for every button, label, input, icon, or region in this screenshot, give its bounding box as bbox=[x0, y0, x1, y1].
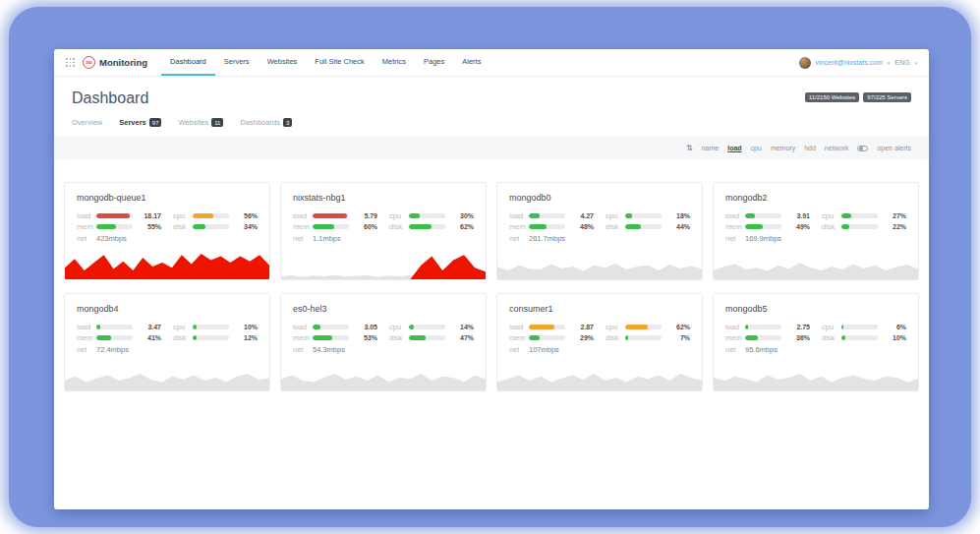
metrics-grid: load2.87mem29%cpu62%disk7% bbox=[497, 321, 702, 343]
metric-bar-fill bbox=[313, 325, 320, 329]
nav-item-dashboard[interactable]: Dashboard bbox=[161, 49, 215, 76]
metric-label: mem bbox=[77, 222, 96, 231]
server-card-mongodb0[interactable]: mongodb0load4.27mem48%cpu18%disk44%net26… bbox=[496, 182, 703, 280]
metric-bar bbox=[193, 213, 229, 218]
metric-bar bbox=[625, 213, 662, 218]
metric-label: load bbox=[725, 323, 745, 331]
language-menu[interactable]: ENG bbox=[894, 59, 909, 66]
metric-value: 14% bbox=[450, 324, 474, 330]
sort-option-name[interactable]: name bbox=[702, 145, 720, 151]
metric-row-mem: mem49% bbox=[725, 221, 810, 232]
metric-bar bbox=[409, 213, 445, 218]
server-card-consumer1[interactable]: consumer1load2.87mem29%cpu62%disk7%net10… bbox=[496, 293, 703, 391]
server-name[interactable]: nixstats-nbg1 bbox=[281, 183, 486, 209]
tab-dashboards[interactable]: Dashboards3 bbox=[240, 118, 292, 127]
metric-bar bbox=[529, 325, 565, 329]
metric-row-disk: disk22% bbox=[822, 221, 906, 232]
metric-bar bbox=[96, 224, 133, 229]
user-email-menu[interactable]: vincent@nixstats.com bbox=[816, 59, 883, 66]
server-name[interactable]: mongodb-queue1 bbox=[65, 183, 269, 209]
metric-label: load bbox=[509, 323, 529, 331]
sort-option-cpu[interactable]: cpu bbox=[751, 145, 762, 151]
metric-bar-fill bbox=[529, 224, 547, 229]
network-sparkline bbox=[714, 365, 918, 390]
server-card-es0-hel3[interactable]: es0-hel3load3.05mem53%cpu14%disk47%net54… bbox=[280, 293, 487, 391]
server-card-mongodb4[interactable]: mongodb4load3.47mem41%cpu10%disk12%net72… bbox=[64, 293, 270, 391]
open-alerts-toggle-icon[interactable] bbox=[857, 146, 868, 151]
page-header: Dashboard 11/2150 Websites 97/225 Server… bbox=[72, 89, 911, 107]
tab-overview[interactable]: Overview bbox=[72, 118, 102, 127]
server-card-mongodb2[interactable]: mongodb2load3.91mem49%cpu27%disk22%net16… bbox=[713, 182, 919, 280]
nav-item-alerts[interactable]: Alerts bbox=[453, 49, 490, 76]
metric-bar bbox=[529, 224, 565, 229]
network-sparkline bbox=[65, 365, 269, 390]
header-badges: 11/2150 Websites 97/225 Servers bbox=[805, 92, 911, 102]
metric-value: 2.75 bbox=[786, 324, 810, 330]
metric-bar-fill bbox=[409, 335, 426, 340]
open-alerts-label[interactable]: open alerts bbox=[877, 145, 911, 151]
metric-bar-fill bbox=[625, 325, 648, 329]
metrics-grid: load5.79mem60%cpu30%disk62% bbox=[281, 209, 486, 232]
sort-option-hdd[interactable]: hdd bbox=[804, 145, 816, 151]
tab-servers[interactable]: Servers97 bbox=[119, 118, 161, 127]
tab-websites[interactable]: Websites11 bbox=[178, 118, 223, 127]
network-sparkline bbox=[65, 254, 269, 279]
nav-item-websites[interactable]: Websites bbox=[259, 49, 307, 76]
net-value: 423mbps bbox=[96, 234, 127, 243]
metric-value: 12% bbox=[234, 334, 258, 341]
metric-label: cpu bbox=[605, 323, 625, 331]
metric-row-net: net95.6mbps bbox=[714, 343, 918, 354]
metric-bar-fill bbox=[96, 325, 100, 329]
metric-row-load: load5.79 bbox=[293, 210, 377, 221]
metric-value: 3.91 bbox=[786, 212, 810, 219]
metric-bar-fill bbox=[313, 224, 334, 229]
metric-label: disk bbox=[822, 333, 841, 342]
server-name[interactable]: mongodb4 bbox=[65, 294, 269, 321]
server-card-mongodb5[interactable]: mongodb5load2.75mem36%cpu6%disk10%net95.… bbox=[713, 293, 919, 391]
tab-label: Servers bbox=[119, 118, 146, 127]
metric-bar bbox=[745, 213, 781, 218]
user-avatar[interactable] bbox=[799, 57, 811, 69]
sort-option-network[interactable]: network bbox=[825, 145, 849, 151]
metric-bar bbox=[841, 224, 878, 229]
server-name[interactable]: consumer1 bbox=[497, 294, 702, 321]
sort-option-memory[interactable]: memory bbox=[771, 145, 795, 151]
nav-item-servers[interactable]: Servers bbox=[215, 49, 259, 76]
server-name[interactable]: mongodb2 bbox=[714, 183, 918, 209]
metric-bar bbox=[745, 224, 781, 229]
metric-row-cpu: cpu62% bbox=[605, 322, 690, 332]
server-name[interactable]: es0-hel3 bbox=[281, 294, 486, 321]
metrics-grid: load18.17mem55%cpu56%disk34% bbox=[65, 209, 269, 232]
metric-row-mem: mem53% bbox=[293, 332, 377, 343]
tab-label: Overview bbox=[72, 118, 102, 127]
nav-item-metrics[interactable]: Metrics bbox=[374, 49, 415, 76]
metric-label: mem bbox=[725, 333, 745, 342]
metric-row-cpu: cpu14% bbox=[389, 322, 474, 332]
metric-label: disk bbox=[173, 222, 193, 231]
nav-item-pages[interactable]: Pages bbox=[415, 49, 453, 76]
metric-bar-fill bbox=[841, 224, 849, 229]
sort-toolbar: ⇅ nameloadcpumemoryhddnetwork open alert… bbox=[54, 137, 929, 159]
metric-row-cpu: cpu10% bbox=[173, 322, 258, 332]
server-card-nixstats-nbg1[interactable]: nixstats-nbg1load5.79mem60%cpu30%disk62%… bbox=[280, 182, 487, 280]
metric-row-cpu: cpu18% bbox=[605, 210, 690, 221]
metric-bar bbox=[193, 224, 229, 229]
metric-label: disk bbox=[605, 333, 625, 342]
metric-bar-fill bbox=[96, 335, 111, 340]
sort-option-load[interactable]: load bbox=[727, 145, 741, 151]
metric-row-disk: disk34% bbox=[173, 221, 258, 232]
top-navbar: 360 Monitoring DashboardServersWebsitesF… bbox=[54, 49, 929, 77]
app-grid-icon[interactable] bbox=[66, 58, 75, 67]
metric-row-disk: disk10% bbox=[822, 332, 906, 343]
server-card-mongodb-queue1[interactable]: mongodb-queue1load18.17mem55%cpu56%disk3… bbox=[64, 182, 270, 280]
metric-bar bbox=[529, 335, 565, 340]
server-name[interactable]: mongodb0 bbox=[497, 183, 702, 209]
metric-label: cpu bbox=[822, 323, 841, 331]
network-sparkline bbox=[497, 254, 702, 279]
metric-row-net: net261.7mbps bbox=[497, 232, 702, 243]
metric-bar-fill bbox=[529, 335, 540, 340]
server-name[interactable]: mongodb5 bbox=[714, 294, 918, 321]
tab-count-badge: 3 bbox=[283, 118, 292, 127]
nav-item-full-site-check[interactable]: Full Site Check bbox=[306, 49, 373, 76]
metric-value: 53% bbox=[354, 334, 377, 341]
